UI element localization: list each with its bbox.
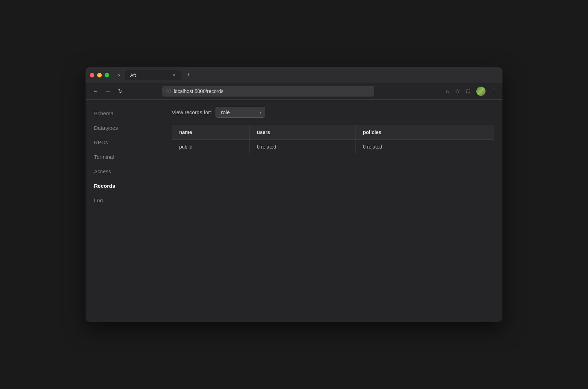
sidebar-item-schema[interactable]: Schema bbox=[86, 107, 163, 120]
col-header-policies: policies bbox=[356, 125, 494, 140]
url-bar[interactable]: ⓘ localhost:5000/records bbox=[162, 86, 374, 97]
records-table: name users policies public 0 related 0 r… bbox=[172, 125, 494, 154]
terminal-icon: > bbox=[118, 72, 120, 78]
table-select[interactable]: role bbox=[216, 107, 265, 118]
sidebar: Schema Datatypes RPCs Terminal Access Re… bbox=[86, 100, 163, 322]
table-row[interactable]: public 0 related 0 related bbox=[172, 140, 494, 154]
table-header-row: name users policies bbox=[172, 125, 494, 140]
reload-button[interactable]: ↻ bbox=[117, 86, 124, 96]
tab-area: > Aft ✕ + bbox=[118, 70, 193, 80]
active-tab[interactable]: Aft ✕ bbox=[125, 70, 181, 80]
forward-button[interactable]: → bbox=[104, 87, 112, 96]
cell-name: public bbox=[172, 140, 250, 154]
records-content: View records for: role ▾ name users poli… bbox=[163, 100, 502, 322]
sidebar-item-rpcs[interactable]: RPCs bbox=[86, 136, 163, 149]
avatar[interactable] bbox=[476, 87, 486, 96]
main-content: Schema Datatypes RPCs Terminal Access Re… bbox=[86, 100, 502, 322]
title-bar: > Aft ✕ + bbox=[86, 67, 502, 83]
sidebar-item-datatypes[interactable]: Datatypes bbox=[86, 121, 163, 134]
view-for-label: View records for: bbox=[172, 109, 211, 115]
bookmark-icon[interactable]: ☆ bbox=[455, 88, 460, 94]
url-display: localhost:5000/records bbox=[174, 88, 224, 94]
info-icon: ⓘ bbox=[166, 88, 171, 94]
view-for-row: View records for: role ▾ bbox=[172, 107, 494, 118]
tab-title: Aft bbox=[130, 72, 136, 78]
address-bar: ← → ↻ ⓘ localhost:5000/records ⌕ ☆ ⬡ ⋮ bbox=[86, 83, 502, 100]
traffic-lights bbox=[90, 73, 109, 77]
sidebar-item-terminal[interactable]: Terminal bbox=[86, 150, 163, 163]
back-button[interactable]: ← bbox=[91, 87, 100, 96]
minimize-button[interactable] bbox=[97, 73, 102, 77]
close-button[interactable] bbox=[90, 73, 94, 77]
browser-window: > Aft ✕ + ← → ↻ ⓘ localhost:5000/records… bbox=[86, 67, 502, 322]
sidebar-item-access[interactable]: Access bbox=[86, 165, 163, 178]
more-icon[interactable]: ⋮ bbox=[491, 88, 497, 94]
new-tab-button[interactable]: + bbox=[184, 70, 194, 80]
search-icon[interactable]: ⌕ bbox=[446, 88, 449, 94]
col-header-users: users bbox=[250, 125, 356, 140]
extensions-icon[interactable]: ⬡ bbox=[466, 88, 471, 94]
cell-policies: 0 related bbox=[356, 140, 494, 154]
sidebar-item-records[interactable]: Records bbox=[86, 179, 163, 192]
cell-users: 0 related bbox=[250, 140, 356, 154]
browser-toolbar-icons: ⌕ ☆ ⬡ ⋮ bbox=[446, 87, 497, 96]
tab-close-button[interactable]: ✕ bbox=[172, 73, 176, 77]
maximize-button[interactable] bbox=[105, 73, 109, 77]
sidebar-item-log[interactable]: Log bbox=[86, 194, 163, 207]
col-header-name: name bbox=[172, 125, 250, 140]
table-select-wrapper: role ▾ bbox=[216, 107, 265, 118]
